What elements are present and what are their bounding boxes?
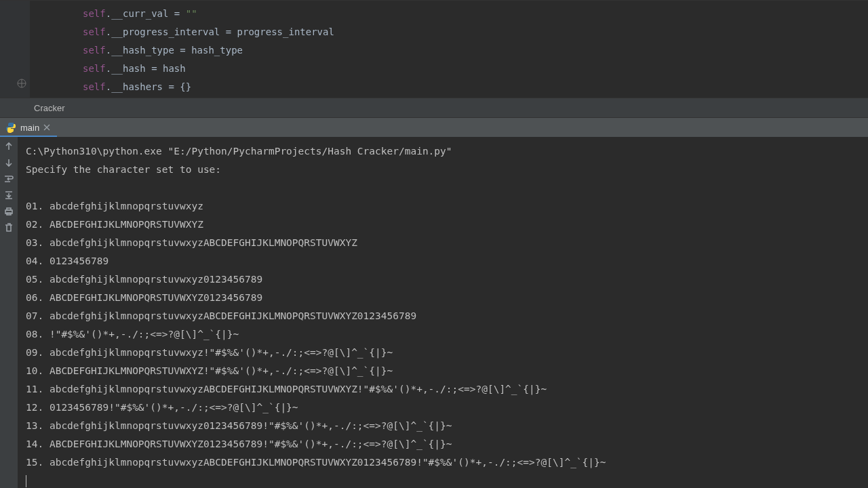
print-icon[interactable] — [3, 206, 14, 217]
run-tab-main[interactable]: main — [0, 119, 57, 137]
code-line[interactable]: self.__curr_val = "" — [0, 5, 868, 23]
scroll-up-icon[interactable] — [3, 141, 14, 152]
run-tab-label: main — [20, 123, 39, 133]
breadcrumb-item[interactable]: Cracker — [34, 103, 65, 113]
code-line[interactable]: self.__hash = hash — [0, 60, 868, 78]
code-editor[interactable]: self.__curr_val = ""self.__progress_inte… — [0, 0, 868, 98]
code-line[interactable]: self.__progress_interval = progress_inte… — [0, 23, 868, 41]
scroll-to-end-icon[interactable] — [3, 190, 14, 201]
run-tool-window: C:\Python310\python.exe "E:/Python/Pycha… — [0, 137, 868, 488]
editor-gutter — [0, 1, 30, 98]
soft-wrap-icon[interactable] — [3, 174, 14, 184]
close-icon[interactable] — [43, 124, 50, 131]
trash-icon[interactable] — [3, 222, 14, 233]
scroll-down-icon[interactable] — [3, 157, 14, 168]
console-output[interactable]: C:\Python310\python.exe "E:/Python/Pycha… — [18, 137, 868, 488]
svg-rect-2 — [7, 208, 11, 210]
code-line[interactable]: self.__hashers = {} — [0, 78, 868, 96]
breadcrumb[interactable]: Cracker — [0, 98, 868, 118]
input-caret — [26, 475, 26, 487]
run-tab-strip: main — [0, 118, 868, 137]
fold-icon[interactable] — [17, 79, 26, 88]
code-line[interactable]: self.__hash_type = hash_type — [0, 41, 868, 60]
console-toolbar — [0, 137, 18, 488]
python-file-icon — [5, 122, 16, 133]
